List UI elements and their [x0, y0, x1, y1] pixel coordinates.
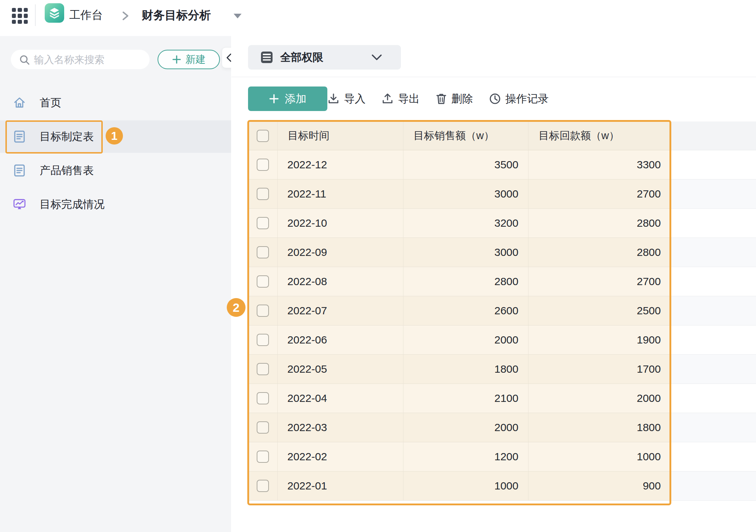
- sidebar-item-home[interactable]: 首页: [0, 87, 231, 119]
- cell-payment: 1900: [529, 325, 671, 355]
- sidebar: 新建 首页 目标制定表 产品销售表: [0, 36, 231, 532]
- row-checkbox-cell: [248, 209, 278, 238]
- history-button[interactable]: 操作记录: [489, 92, 549, 106]
- add-record-label: 添加: [285, 92, 306, 106]
- table-row[interactable]: 2022-11 3000 2700: [248, 179, 756, 209]
- column-header-goal-sales[interactable]: 目标销售额（w）: [403, 121, 529, 150]
- sidebar-item-product-sales-table[interactable]: 产品销售表: [0, 154, 231, 187]
- export-icon: [381, 93, 394, 105]
- row-filler: [671, 209, 756, 238]
- row-checkbox[interactable]: [257, 188, 269, 200]
- cell-sales: 3500: [403, 150, 529, 179]
- row-checkbox[interactable]: [257, 305, 269, 317]
- breadcrumb-workspace[interactable]: 工作台: [69, 6, 103, 24]
- cell-date: 2022-09: [278, 238, 403, 267]
- cell-date: 2022-05: [278, 355, 403, 384]
- breadcrumb-chevron-icon: [119, 9, 131, 23]
- cell-sales: 2600: [403, 296, 529, 325]
- cell-sales: 3200: [403, 209, 529, 238]
- row-checkbox[interactable]: [257, 217, 269, 229]
- home-icon: [13, 96, 26, 109]
- search-icon: [19, 54, 30, 66]
- table-row[interactable]: 2022-01 1000 900: [248, 471, 756, 501]
- column-header-goal-payment[interactable]: 目标回款额（w）: [529, 121, 671, 150]
- cell-date: 2022-02: [278, 442, 403, 471]
- sidebar-search-box[interactable]: [11, 50, 150, 69]
- top-header: 工作台 财务目标分析: [0, 0, 756, 36]
- cell-payment: 1700: [529, 355, 671, 384]
- row-checkbox[interactable]: [257, 334, 269, 346]
- row-checkbox[interactable]: [257, 363, 269, 375]
- cell-payment: 2800: [529, 209, 671, 238]
- cell-date: 2022-06: [278, 325, 403, 355]
- table-row[interactable]: 2022-12 3500 3300: [248, 150, 756, 179]
- sidebar-item-goal-setting-table[interactable]: 目标制定表: [0, 120, 231, 153]
- export-label: 导出: [398, 92, 420, 106]
- row-checkbox[interactable]: [257, 480, 269, 492]
- row-filler: [671, 238, 756, 267]
- cell-payment: 2700: [529, 267, 671, 296]
- row-filler: [671, 384, 756, 413]
- row-checkbox-cell: [248, 267, 278, 296]
- table-row[interactable]: 2022-10 3200 2800: [248, 209, 756, 238]
- table-row[interactable]: 2022-03 2000 1800: [248, 413, 756, 442]
- table-row[interactable]: 2022-04 2100 2000: [248, 384, 756, 413]
- new-button-label: 新建: [186, 53, 206, 66]
- row-checkbox[interactable]: [257, 275, 269, 288]
- row-filler: [671, 179, 756, 209]
- row-checkbox-cell: [248, 471, 278, 501]
- row-checkbox-cell: [248, 238, 278, 267]
- sidebar-item-goal-completion[interactable]: 目标完成情况: [0, 188, 231, 221]
- row-checkbox[interactable]: [257, 451, 269, 463]
- import-icon: [327, 93, 340, 105]
- sidebar-item-label: 产品销售表: [40, 163, 94, 178]
- import-label: 导入: [344, 92, 366, 106]
- cell-date: 2022-08: [278, 267, 403, 296]
- cell-payment: 3300: [529, 150, 671, 179]
- cell-sales: 1000: [403, 471, 529, 501]
- row-checkbox[interactable]: [257, 246, 269, 258]
- cell-payment: 900: [529, 471, 671, 501]
- table-header-row: 目标时间 目标销售额（w） 目标回款额（w）: [248, 121, 756, 150]
- import-button[interactable]: 导入: [327, 92, 366, 106]
- cell-sales: 2000: [403, 413, 529, 442]
- row-checkbox[interactable]: [257, 159, 269, 171]
- table-row[interactable]: 2022-08 2800 2700: [248, 267, 756, 296]
- search-input[interactable]: [33, 50, 143, 69]
- column-header-goal-time[interactable]: 目标时间: [278, 121, 403, 150]
- row-checkbox-cell: [248, 355, 278, 384]
- row-checkbox-cell: [248, 413, 278, 442]
- row-filler: [671, 150, 756, 179]
- row-checkbox[interactable]: [257, 392, 269, 404]
- sidebar-item-label: 目标制定表: [40, 129, 94, 144]
- table-row[interactable]: 2022-07 2600 2500: [248, 296, 756, 325]
- table-row[interactable]: 2022-06 2000 1900: [248, 325, 756, 355]
- sidebar-item-label: 目标完成情况: [40, 197, 105, 212]
- row-checkbox[interactable]: [257, 421, 269, 434]
- new-button[interactable]: 新建: [158, 50, 220, 69]
- table-row[interactable]: 2022-05 1800 1700: [248, 355, 756, 384]
- add-record-button[interactable]: 添加: [248, 87, 327, 111]
- select-all-checkbox[interactable]: [257, 130, 269, 142]
- cell-sales: 2000: [403, 325, 529, 355]
- main-content: 全部权限 添加 导入 导出: [231, 36, 756, 532]
- row-checkbox-cell: [248, 150, 278, 179]
- table-row[interactable]: 2022-02 1200 1000: [248, 442, 756, 471]
- table-row[interactable]: 2022-09 3000 2800: [248, 238, 756, 267]
- page-title[interactable]: 财务目标分析: [142, 6, 211, 25]
- row-filler: [671, 355, 756, 384]
- apps-grid-icon[interactable]: [12, 8, 28, 24]
- document-icon: [13, 164, 26, 177]
- dashboard-icon: [13, 198, 26, 211]
- sidebar-menu: 首页 目标制定表 产品销售表 目标完成情况: [0, 87, 231, 221]
- header-divider: [35, 4, 36, 26]
- cell-sales: 2100: [403, 384, 529, 413]
- data-table: 目标时间 目标销售额（w） 目标回款额（w） 2022-12 3500 3300…: [248, 121, 756, 501]
- export-button[interactable]: 导出: [381, 92, 420, 106]
- cell-payment: 2000: [529, 384, 671, 413]
- view-permission-dropdown[interactable]: 全部权限: [248, 45, 401, 70]
- workspace-app-icon[interactable]: [45, 3, 64, 23]
- cell-date: 2022-03: [278, 413, 403, 442]
- title-dropdown-caret-icon[interactable]: [234, 14, 242, 18]
- delete-button[interactable]: 删除: [436, 92, 473, 106]
